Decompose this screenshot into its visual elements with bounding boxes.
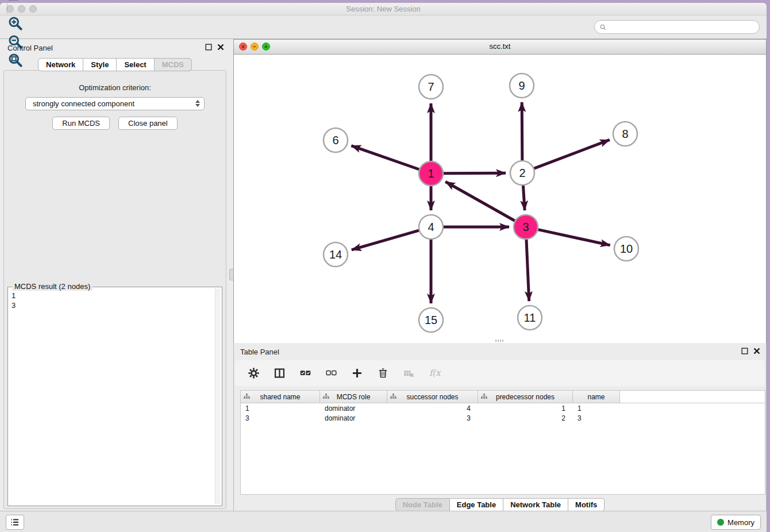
graph-edge-1-2[interactable] <box>444 173 506 174</box>
unselect-all-icon[interactable] <box>324 367 338 380</box>
network-window-titlebar[interactable]: × − + scc.txt <box>234 40 766 55</box>
table-header-row: shared nameMCDS rolesuccessor nodesprede… <box>241 391 765 403</box>
svg-text:f(x): f(x) <box>429 368 440 378</box>
memory-status-icon <box>717 519 724 526</box>
cell-name[interactable]: 3 <box>573 414 620 422</box>
cell-shared-name[interactable]: 1 <box>241 404 320 413</box>
network-resize-handle[interactable] <box>495 340 503 342</box>
cell-predecessor-nodes[interactable]: 2 <box>478 414 573 422</box>
graph-edge-2-8[interactable] <box>534 140 610 168</box>
float-panel-icon[interactable] <box>205 44 212 51</box>
search-box[interactable] <box>594 20 760 34</box>
cell-successor-nodes[interactable]: 4 <box>387 404 478 413</box>
cell-successor-nodes[interactable]: 3 <box>387 414 478 422</box>
close-panel-icon[interactable] <box>217 44 224 51</box>
graph-edge-1-6[interactable] <box>351 146 419 169</box>
mcds-result-item: 1 <box>11 291 215 300</box>
zoom-in-icon[interactable] <box>6 14 24 32</box>
graph-node-label-8: 8 <box>622 128 628 140</box>
export-image-icon[interactable] <box>6 0 24 3</box>
control-panel-title: Control Panel <box>7 44 53 52</box>
select-stepper-icon <box>195 100 200 107</box>
graph-edge-2-3[interactable] <box>523 186 525 210</box>
graph-node-label-11: 11 <box>524 311 536 324</box>
tab-select[interactable]: Select <box>117 58 154 71</box>
tab-network[interactable]: Network <box>38 58 83 71</box>
memory-button[interactable]: Memory <box>711 515 761 530</box>
graph-node-label-3: 3 <box>522 221 529 233</box>
mcds-result-item: 3 <box>11 300 215 310</box>
list-icon <box>10 517 20 527</box>
table-toolbar: f(x) <box>235 360 765 386</box>
optimization-criterion-label: Optimization criterion: <box>4 83 226 92</box>
column-header-MCDS-role[interactable]: MCDS role <box>320 391 387 403</box>
table-panel: Table Panel f(x) shared nameMCDS rolesuc… <box>233 343 767 514</box>
network-view-window: × − + scc.txt 7968124314101511 <box>233 39 767 343</box>
tab-node-table[interactable]: Node Table <box>395 498 450 511</box>
status-bar: Memory <box>0 511 767 532</box>
graph-edge-4-14[interactable] <box>352 230 419 250</box>
close-panel-button[interactable]: Close panel <box>118 117 178 130</box>
mcds-result-list[interactable]: 13 <box>8 289 215 506</box>
mcds-result-group: MCDS result (2 nodes) 13 <box>7 287 222 506</box>
graph-node-label-6: 6 <box>332 134 338 147</box>
search-input[interactable] <box>607 23 759 32</box>
graph-node-label-1: 1 <box>428 167 434 180</box>
table-tabs: Node TableEdge TableNetwork TableMotifs <box>234 498 766 511</box>
optimization-criterion-select[interactable]: strongly connected component <box>25 97 205 110</box>
network-canvas[interactable]: 7968124314101511 <box>234 55 766 343</box>
memory-label: Memory <box>727 518 754 527</box>
column-layout-icon[interactable] <box>272 367 286 380</box>
column-header-name[interactable]: name <box>573 391 620 403</box>
function-builder-icon: f(x) <box>428 367 441 380</box>
graph-node-label-9: 9 <box>518 79 525 92</box>
column-header-shared-name[interactable]: shared name <box>241 391 320 403</box>
column-header-predecessor-nodes[interactable]: predecessor nodes <box>478 391 573 403</box>
tab-style[interactable]: Style <box>83 58 117 71</box>
column-header-successor-nodes[interactable]: successor nodes <box>387 391 478 403</box>
cell-name[interactable]: 1 <box>573 404 620 413</box>
add-column-icon[interactable] <box>350 367 364 380</box>
graph-node-label-10: 10 <box>620 242 633 255</box>
search-icon <box>599 24 607 31</box>
graph-node-label-2: 2 <box>519 167 525 179</box>
tab-mcds[interactable]: MCDS <box>155 58 192 71</box>
graph-node-label-7: 7 <box>428 80 434 93</box>
graph-node-label-4: 4 <box>428 221 434 233</box>
cell-MCDS-role[interactable]: dominator <box>320 404 387 413</box>
task-history-button[interactable] <box>6 515 24 530</box>
network-window-title: scc.txt <box>234 42 766 51</box>
result-scrollbar[interactable] <box>215 288 221 504</box>
cell-predecessor-nodes[interactable]: 1 <box>478 404 573 413</box>
table-row[interactable]: 3dominator323 <box>241 413 765 423</box>
table-row[interactable]: 1dominator411 <box>241 403 765 413</box>
table-panel-title: Table Panel <box>240 348 279 356</box>
cell-shared-name[interactable]: 3 <box>241 414 320 422</box>
node-table: shared nameMCDS rolesuccessor nodesprede… <box>240 390 765 495</box>
control-panel-tabs: NetworkStyleSelectMCDS <box>0 58 230 71</box>
toolbar-separator <box>7 3 7 13</box>
close-table-panel-icon[interactable] <box>753 348 760 354</box>
app-titlebar: Session: New Session <box>0 3 767 16</box>
graph-node-label-14: 14 <box>329 248 342 261</box>
run-mcds-button[interactable]: Run MCDS <box>52 117 110 130</box>
tab-motifs[interactable]: Motifs <box>568 498 605 511</box>
selected-option: strongly connected component <box>33 99 134 108</box>
delete-column-icon[interactable] <box>376 367 390 380</box>
main-toolbar <box>0 16 767 39</box>
tab-edge-table[interactable]: Edge Table <box>450 498 503 511</box>
table-settings-gear-icon[interactable] <box>247 367 260 380</box>
graph-edge-3-11[interactable] <box>526 240 529 301</box>
graph-node-label-15: 15 <box>425 314 437 326</box>
graph-edge-2-9[interactable] <box>522 102 522 160</box>
application-window: Session: New Session Control Panel Netwo… <box>0 0 770 532</box>
graph-edge-3-10[interactable] <box>538 230 610 245</box>
delete-table-icon <box>402 367 415 380</box>
tab-network-table[interactable]: Network Table <box>503 498 568 511</box>
graph-edge-3-1[interactable] <box>445 182 515 221</box>
mcds-panel: Optimization criterion: strongly connect… <box>3 70 226 509</box>
select-all-icon[interactable] <box>298 367 312 380</box>
cell-MCDS-role[interactable]: dominator <box>320 414 387 422</box>
control-panel: Control Panel NetworkStyleSelectMCDS Opt… <box>0 39 230 509</box>
float-table-panel-icon[interactable] <box>741 348 748 354</box>
